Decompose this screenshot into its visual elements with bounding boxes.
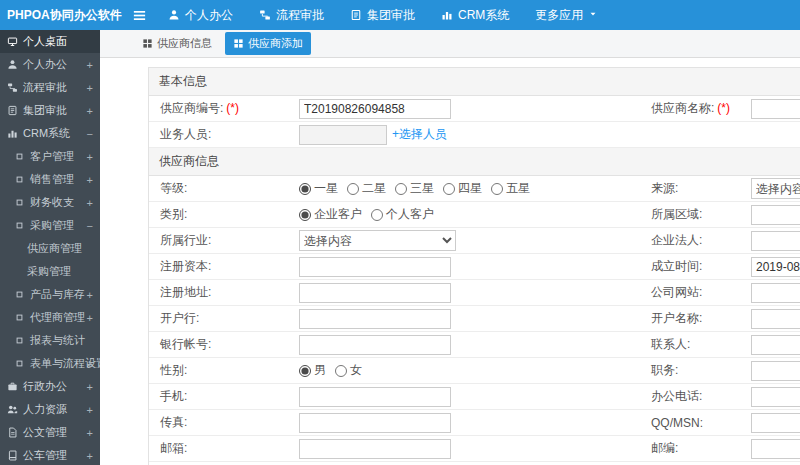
category-radio[interactable] bbox=[299, 209, 311, 221]
sidebar-item-purchase-mgmt-sub[interactable]: 采购管理 bbox=[0, 260, 100, 283]
expand-plus-icon[interactable]: + bbox=[87, 404, 93, 416]
region-input[interactable] bbox=[751, 205, 800, 225]
label-postcode: 邮编: bbox=[651, 440, 751, 457]
contact-person-input[interactable] bbox=[751, 335, 800, 355]
field-email bbox=[299, 439, 651, 459]
gender-radio[interactable] bbox=[335, 365, 347, 377]
gender-option-1[interactable]: 女 bbox=[335, 362, 362, 379]
label-position: 职务: bbox=[651, 362, 751, 379]
sidebar-item-product-inventory[interactable]: 产品与库存+ bbox=[0, 283, 100, 306]
sidebar-item-human-resources[interactable]: 人力资源+ bbox=[0, 398, 100, 421]
tab-supplier-info[interactable]: 供应商信息 bbox=[134, 32, 220, 55]
expand-plus-icon[interactable]: + bbox=[87, 312, 93, 324]
sidebar-item-reports-stats[interactable]: 报表与统计 bbox=[0, 329, 100, 352]
established-date-input[interactable] bbox=[751, 257, 800, 277]
category-option-1[interactable]: 个人客户 bbox=[371, 206, 434, 223]
expand-plus-icon[interactable]: + bbox=[87, 59, 93, 71]
fax-input[interactable] bbox=[299, 413, 451, 433]
sidebar-item-vehicle-mgmt[interactable]: 公车管理+ bbox=[0, 444, 100, 465]
registered-capital-input[interactable] bbox=[299, 257, 451, 277]
sidebar-item-purchase-mgmt[interactable]: 采购管理− bbox=[0, 214, 100, 237]
collapse-minus-icon[interactable]: − bbox=[87, 128, 93, 140]
top-navbar: PHPOA协同办公软件 个人办公流程审批集团审批CRM系统更多应用 bbox=[0, 0, 800, 30]
sidebar-item-form-flow-settings[interactable]: 表单与流程设置+ bbox=[0, 352, 100, 375]
level-radio[interactable] bbox=[491, 183, 503, 195]
sidebar-item-group-approval[interactable]: 集团审批+ bbox=[0, 99, 100, 122]
brand-logo: PHPOA协同办公软件 bbox=[0, 7, 100, 24]
sidebar-item-agent-mgmt[interactable]: 代理商管理+ bbox=[0, 306, 100, 329]
expand-plus-icon[interactable]: + bbox=[87, 358, 93, 370]
select-person-link[interactable]: +选择人员 bbox=[392, 126, 447, 143]
expand-plus-icon[interactable]: + bbox=[87, 105, 93, 117]
sidebar-item-supplier-mgmt[interactable]: 供应商管理 bbox=[0, 237, 100, 260]
radio-label: 企业客户 bbox=[314, 206, 362, 223]
level-option-4[interactable]: 五星 bbox=[491, 180, 530, 197]
level-radio[interactable] bbox=[395, 183, 407, 195]
legal-person-input[interactable] bbox=[751, 231, 800, 251]
postcode-input[interactable] bbox=[751, 439, 800, 459]
level-option-2[interactable]: 三星 bbox=[395, 180, 434, 197]
bank-account-input[interactable] bbox=[299, 335, 451, 355]
nav-item-workflow-approval[interactable]: 流程审批 bbox=[246, 0, 337, 30]
expand-plus-icon[interactable]: + bbox=[87, 450, 93, 462]
company-website-input[interactable] bbox=[751, 283, 800, 303]
sidebar-item-label: 流程审批 bbox=[23, 80, 67, 95]
office-phone-input[interactable] bbox=[751, 387, 800, 407]
supplier-name-input[interactable] bbox=[751, 99, 800, 119]
expand-plus-icon[interactable]: + bbox=[87, 151, 93, 163]
position-input[interactable] bbox=[751, 361, 800, 381]
tab-supplier-add[interactable]: 供应商添加 bbox=[225, 32, 311, 55]
nav-item-crm-system[interactable]: CRM系统 bbox=[428, 0, 522, 30]
sidebar-item-sales-mgmt[interactable]: 销售管理+ bbox=[0, 168, 100, 191]
nav-item-personal-office[interactable]: 个人办公 bbox=[155, 0, 246, 30]
level-option-0[interactable]: 一星 bbox=[299, 180, 338, 197]
sidebar-item-document-mgmt[interactable]: 公文管理+ bbox=[0, 421, 100, 444]
qq-msn-input[interactable] bbox=[751, 413, 800, 433]
sidebar-item-crm-system[interactable]: CRM系统− bbox=[0, 122, 100, 145]
section-title: 基本信息 bbox=[149, 68, 800, 96]
field-level: 一星二星三星四星五星 bbox=[299, 180, 651, 197]
hamburger-menu-button[interactable] bbox=[132, 8, 147, 23]
level-radio[interactable] bbox=[299, 183, 311, 195]
supplier-code-input[interactable] bbox=[299, 99, 451, 119]
chart-icon bbox=[441, 9, 453, 21]
sidebar-item-personal-desktop[interactable]: 个人桌面 bbox=[0, 30, 100, 53]
sidebar-item-workflow-approval[interactable]: 流程审批+ bbox=[0, 76, 100, 99]
expand-plus-icon[interactable]: + bbox=[87, 174, 93, 186]
bank-branch-input[interactable] bbox=[299, 309, 451, 329]
sidebar-item-label: 供应商管理 bbox=[27, 241, 82, 256]
sidebar-item-admin-office[interactable]: 行政办公+ bbox=[0, 375, 100, 398]
gender-option-0[interactable]: 男 bbox=[299, 362, 326, 379]
gender-radio[interactable] bbox=[299, 365, 311, 377]
form-row: 开户行:开户名称: bbox=[149, 306, 800, 332]
account-name-input[interactable] bbox=[751, 309, 800, 329]
business-staff-input[interactable] bbox=[299, 125, 387, 145]
sidebar-item-personal-office[interactable]: 个人办公+ bbox=[0, 53, 100, 76]
label-account-name: 开户名称: bbox=[651, 310, 751, 327]
form-row: 供应商编号:(*)供应商名称:(*) bbox=[149, 96, 800, 122]
nav-item-group-approval[interactable]: 集团审批 bbox=[337, 0, 428, 30]
registered-address-input[interactable] bbox=[299, 283, 451, 303]
form-row: 所属行业:选择内容企业法人: bbox=[149, 228, 800, 254]
industry-select[interactable]: 选择内容 bbox=[299, 230, 456, 251]
expand-plus-icon[interactable]: + bbox=[87, 381, 93, 393]
collapse-minus-icon[interactable]: − bbox=[87, 220, 93, 232]
level-option-3[interactable]: 四星 bbox=[443, 180, 482, 197]
category-radio[interactable] bbox=[371, 209, 383, 221]
caret-down-icon bbox=[588, 9, 598, 19]
expand-plus-icon[interactable]: + bbox=[87, 82, 93, 94]
email-input[interactable] bbox=[299, 439, 451, 459]
level-option-1[interactable]: 二星 bbox=[347, 180, 386, 197]
source-select[interactable]: 选择内容 bbox=[751, 178, 800, 199]
mobile-input[interactable] bbox=[299, 387, 451, 407]
sidebar-item-finance-inout[interactable]: 财务收支+ bbox=[0, 191, 100, 214]
level-radio[interactable] bbox=[443, 183, 455, 195]
nav-item-more-apps[interactable]: 更多应用 bbox=[522, 0, 611, 30]
level-radio[interactable] bbox=[347, 183, 359, 195]
sidebar-item-customer-mgmt[interactable]: 客户管理+ bbox=[0, 145, 100, 168]
expand-plus-icon[interactable]: + bbox=[87, 427, 93, 439]
expand-plus-icon[interactable]: + bbox=[87, 197, 93, 209]
category-option-0[interactable]: 企业客户 bbox=[299, 206, 362, 223]
expand-plus-icon[interactable]: + bbox=[87, 289, 93, 301]
radio-label: 二星 bbox=[362, 180, 386, 197]
